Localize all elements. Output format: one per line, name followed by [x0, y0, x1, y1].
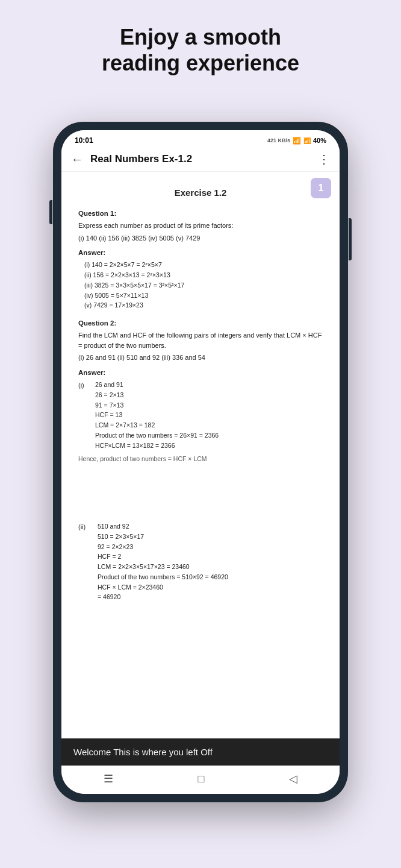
- question-2-text: Find the LCM and HCF of the following pa…: [78, 330, 323, 350]
- question-1-label: Question 1:: [78, 209, 323, 219]
- nav-menu-icon[interactable]: ☰: [104, 772, 113, 785]
- question-1-parts: (i) 140 (ii) 156 (iii) 3825 (iv) 5005 (v…: [78, 233, 323, 244]
- welcome-toast-text: Welcome This is where you left Off: [73, 747, 213, 757]
- ans-2-i-line0: 26 and 91: [95, 380, 219, 390]
- status-icons: 421 KB/s 📶 📶 40%: [267, 137, 326, 145]
- battery-indicator: 40%: [313, 137, 326, 144]
- ans-2-i-line6: HCF×LCM = 13×182 = 2366: [95, 441, 219, 451]
- q1-parts-label: (i) 140 (ii) 156 (iii) 3825 (iv) 5005 (v…: [78, 233, 200, 244]
- question-2-block: Question 2: Find the LCM and HCF of the …: [78, 318, 323, 603]
- ans-2-ii-label: (ii): [78, 522, 93, 603]
- question-2-parts: (i) 26 and 91 (ii) 510 and 92 (iii) 336 …: [78, 353, 323, 363]
- question-2-label: Question 2:: [78, 318, 323, 329]
- menu-button[interactable]: ⋮: [318, 152, 330, 166]
- ans-2-i-line5: Product of the two numbers = 26×91 = 236…: [95, 431, 219, 441]
- headline-line2: reading experience: [102, 51, 299, 75]
- signal-icon: 📶: [303, 137, 311, 144]
- kb-indicator: 421 KB/s: [267, 137, 290, 143]
- ans-2-ii-line2: 92 = 2×2×23: [98, 542, 228, 552]
- headline-line1: Enjoy a smooth: [120, 25, 281, 49]
- nav-home-icon[interactable]: □: [198, 773, 205, 785]
- ans-1-i: (i) 140 = 2×2×5×7 = 2²×5×7: [78, 260, 323, 270]
- answer-2-label: Answer:: [78, 368, 323, 378]
- ans-2-i-line1: 26 = 2×13: [95, 391, 219, 400]
- content-area: 1 Exercise 1.2 Question 1: Express each …: [61, 172, 340, 738]
- welcome-toast: Welcome This is where you left Off: [61, 738, 340, 766]
- answer-2-i-block: (i) 26 and 91 26 = 2×13 91 = 7×13 HCF = …: [78, 380, 323, 451]
- q2-parts-label: (i) 26 and 91 (ii) 510 and 92 (iii) 336 …: [78, 353, 205, 363]
- wifi-icon: 📶: [293, 137, 301, 145]
- back-button[interactable]: ←: [71, 153, 83, 166]
- ans-2-i-line4: LCM = 2×7×13 = 182: [95, 421, 219, 430]
- screen-title: Real Numbers Ex-1.2: [90, 153, 318, 165]
- ans-2-ii-line3: HCF = 2: [98, 552, 228, 562]
- question-1-text: Express each number as product of its pr…: [78, 221, 323, 231]
- document-content: Exercise 1.2 Question 1: Express each nu…: [61, 172, 340, 618]
- answer-1-lines: (i) 140 = 2×2×5×7 = 2²×5×7 (ii) 156 = 2×…: [78, 260, 323, 310]
- ans-1-iii: (iii) 3825 = 3×3×5×5×17 = 3²×5²×17: [78, 281, 323, 291]
- status-time: 10:01: [75, 136, 93, 145]
- ans-2-i-line3: HCF = 13: [95, 410, 219, 420]
- ans-2-ii-line4: LCM = 2×2×3×5×17×23 = 23460: [98, 562, 228, 572]
- answer-2-i-row: (i) 26 and 91 26 = 2×13 91 = 7×13 HCF = …: [78, 380, 323, 451]
- ans-2-ii-lines: 510 and 92 510 = 2×3×5×17 92 = 2×2×23 HC…: [98, 522, 228, 603]
- ans-1-v: (v) 7429 = 17×19×23: [78, 301, 323, 310]
- bottom-nav: ☰ □ ◁: [61, 766, 340, 794]
- ans-2-ii-line6: HCF × LCM = 2×23460: [98, 583, 228, 593]
- question-1-block: Question 1: Express each number as produ…: [78, 209, 323, 310]
- phone-shell: 10:01 421 KB/s 📶 📶 40% ← Real Numbers Ex…: [53, 122, 348, 802]
- answer-2-ii-block: (ii) 510 and 92 510 = 2×3×5×17 92 = 2×2×…: [78, 522, 323, 603]
- status-bar: 10:01 421 KB/s 📶 📶 40%: [61, 130, 340, 148]
- page-number-badge: 1: [311, 178, 331, 198]
- document-title: Exercise 1.2: [78, 186, 323, 200]
- ans-2-ii-line5: Product of the two numbers = 510×92 = 46…: [98, 573, 228, 582]
- answer-1-label: Answer:: [78, 248, 323, 258]
- ans-2-ii-line7: = 46920: [98, 593, 228, 602]
- ans-2-i-line2: 91 = 7×13: [95, 401, 219, 410]
- ans-2-ii-line1: 510 = 2×3×5×17: [98, 532, 228, 542]
- phone-screen: 10:01 421 KB/s 📶 📶 40% ← Real Numbers Ex…: [61, 130, 340, 794]
- top-bar: ← Real Numbers Ex-1.2 ⋮: [61, 148, 340, 172]
- ans-2-i-lines: 26 and 91 26 = 2×13 91 = 7×13 HCF = 13 L…: [95, 380, 219, 451]
- ans-2-i-label: (i): [78, 380, 90, 451]
- scroll-spacer: [78, 474, 323, 522]
- nav-back-icon[interactable]: ◁: [289, 772, 297, 785]
- ans-1-ii: (ii) 156 = 2×2×3×13 = 2²×3×13: [78, 271, 323, 280]
- ans-1-iv: (iv) 5005 = 5×7×11×13: [78, 291, 323, 301]
- answer-2-ii-row: (ii) 510 and 92 510 = 2×3×5×17 92 = 2×2×…: [78, 522, 323, 603]
- hence-note: Hence, product of two numbers = HCF × LC…: [78, 454, 323, 464]
- ans-2-ii-line0: 510 and 92: [98, 522, 228, 532]
- page-headline: Enjoy a smooth reading experience: [30, 24, 371, 100]
